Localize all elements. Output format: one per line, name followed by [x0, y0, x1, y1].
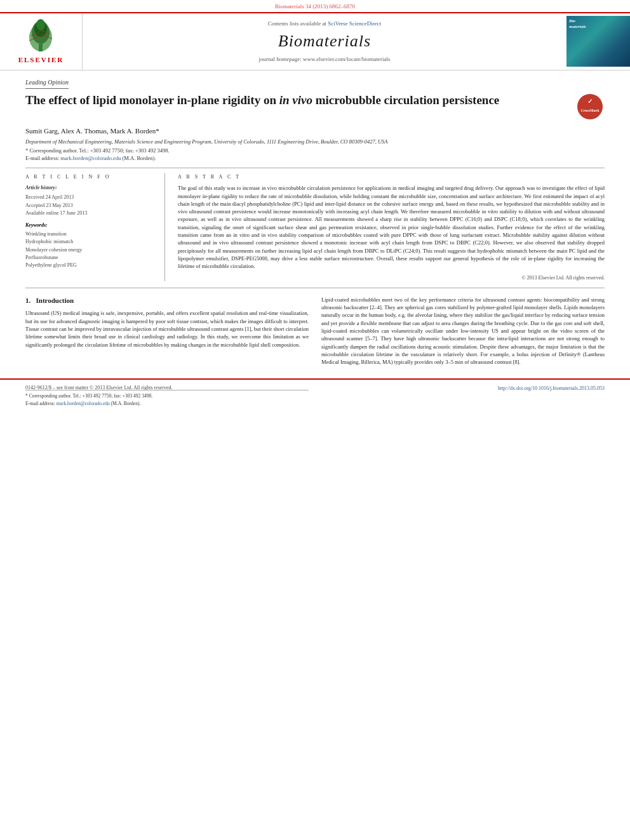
- intro-paragraph-2: Lipid-coated microbubbles meet two of th…: [321, 296, 605, 366]
- intro-col-right: Lipid-coated microbubbles meet two of th…: [321, 296, 605, 371]
- title-italic: in vivo: [279, 93, 312, 107]
- intro-section: 1. Introduction Ultrasound (US) medical …: [25, 296, 605, 371]
- intro-paragraph-1: Ultrasound (US) medical imaging is safe,…: [25, 309, 309, 349]
- article-title-text: The effect of lipid monolayer in-plane r…: [25, 93, 570, 109]
- corresponding-note: Corresponding author. Tel.: +303 492 775…: [29, 393, 152, 399]
- accepted-date: Accepted 23 May 2013: [25, 202, 155, 209]
- svg-point-4: [36, 19, 45, 30]
- email-suffix: (M.A. Borden).: [123, 155, 156, 161]
- section-tag: Leading Opinion: [25, 78, 69, 89]
- email-area: * Corresponding author. Tel.: +303 492 7…: [25, 147, 605, 163]
- journal-title: Biomaterials: [278, 30, 371, 53]
- keyword-5: Polyethylene glycol PEG: [25, 262, 155, 269]
- author-names: Sumit Garg, Alex A. Thomas, Mark A. Bord…: [25, 127, 159, 135]
- copyright: © 2013 Elsevier Ltd. All rights reserved…: [178, 274, 605, 281]
- email-label: E-mail address:: [25, 155, 59, 161]
- sciverse-text: Contents lists available at: [268, 20, 326, 27]
- doi-link[interactable]: http://dx.doi.org/10.1016/j.biomaterials…: [498, 385, 605, 391]
- keywords-label: Keywords:: [25, 222, 155, 229]
- journal-cover-image: Biomaterials: [566, 13, 630, 70]
- footnote-1: * Corresponding author. Tel.: +303 492 7…: [25, 393, 309, 400]
- corresponding-author-note: * Corresponding author. Tel.: +303 492 7…: [25, 147, 170, 154]
- footnote-email-link[interactable]: mark.borden@colorado.edu: [57, 401, 110, 406]
- abstract-column: A B S T R A C T The goal of this study w…: [178, 173, 605, 281]
- title-part1: The effect of lipid monolayer in-plane r…: [25, 93, 279, 107]
- abstract-header: A B S T R A C T: [178, 173, 605, 180]
- footnote-email: E-mail address: mark.borden@colorado.edu…: [25, 401, 309, 408]
- sciverse-line: Contents lists available at SciVerse Sci…: [268, 20, 382, 28]
- title-part2: microbubble circulation persistence: [312, 93, 499, 107]
- section-number: 1.: [25, 297, 30, 304]
- history-label: Article history:: [25, 184, 155, 191]
- affiliation: Department of Mechanical Engineering, Ma…: [25, 138, 605, 146]
- elsevier-logo: ELSEVIER: [18, 18, 64, 65]
- sciverse-link[interactable]: SciVerse ScienceDirect: [328, 20, 381, 27]
- intro-col-left: 1. Introduction Ultrasound (US) medical …: [25, 296, 309, 371]
- keyword-1: Wrinkling transition: [25, 230, 155, 237]
- authors: Sumit Garg, Alex A. Thomas, Mark A. Bord…: [25, 126, 605, 136]
- cover-image: Biomaterials: [566, 16, 630, 67]
- cover-label: Biomaterials: [569, 18, 586, 29]
- section-title: Introduction: [36, 297, 74, 304]
- divider-1: [25, 168, 605, 168]
- elsevier-tree-icon: [22, 18, 60, 53]
- journal-header-center: Contents lists available at SciVerse Sci…: [83, 13, 566, 70]
- available-date: Available online 17 June 2013: [25, 210, 155, 217]
- keyword-4: Perfluorobutane: [25, 254, 155, 261]
- keyword-2: Hydrophobic mismatch: [25, 238, 155, 245]
- crossmark-icon: ✓ CrossMark: [576, 93, 605, 121]
- abstract-text: The goal of this study was to increase i…: [178, 184, 605, 270]
- journal-homepage: journal homepage: www.elsevier.com/locat…: [259, 55, 391, 63]
- svg-text:CrossMark: CrossMark: [580, 109, 600, 112]
- intro-title: 1. Introduction: [25, 296, 309, 305]
- footer-doi: http://dx.doi.org/10.1016/j.biomaterials…: [498, 383, 605, 392]
- page: Biomaterials 34 (2013) 6862–6870 ELSEVIE…: [0, 0, 630, 840]
- journal-header: ELSEVIER Contents lists available at Sci…: [0, 12, 630, 70]
- footnote-area: * Corresponding author. Tel.: +303 492 7…: [25, 390, 309, 408]
- email-link[interactable]: mark.borden@colorado.edu: [60, 155, 121, 161]
- elsevier-wordmark: ELSEVIER: [18, 55, 64, 65]
- main-content: Leading Opinion The effect of lipid mono…: [0, 70, 630, 378]
- article-info-abstract: A R T I C L E I N F O Article history: R…: [25, 173, 605, 281]
- journal-ref: Biomaterials 34 (2013) 6862–6870: [0, 0, 630, 12]
- elsevier-logo-area: ELSEVIER: [0, 13, 83, 70]
- divider-2: [25, 288, 605, 288]
- svg-text:✓: ✓: [587, 98, 593, 105]
- received-date: Received 24 April 2013: [25, 194, 155, 201]
- keyword-3: Monolayer cohesion energy: [25, 246, 155, 253]
- article-info-header: A R T I C L E I N F O: [25, 173, 155, 180]
- article-info-column: A R T I C L E I N F O Article history: R…: [25, 173, 165, 281]
- article-title-area: The effect of lipid monolayer in-plane r…: [25, 93, 605, 121]
- journal-reference: Biomaterials 34 (2013) 6862–6870: [275, 3, 355, 10]
